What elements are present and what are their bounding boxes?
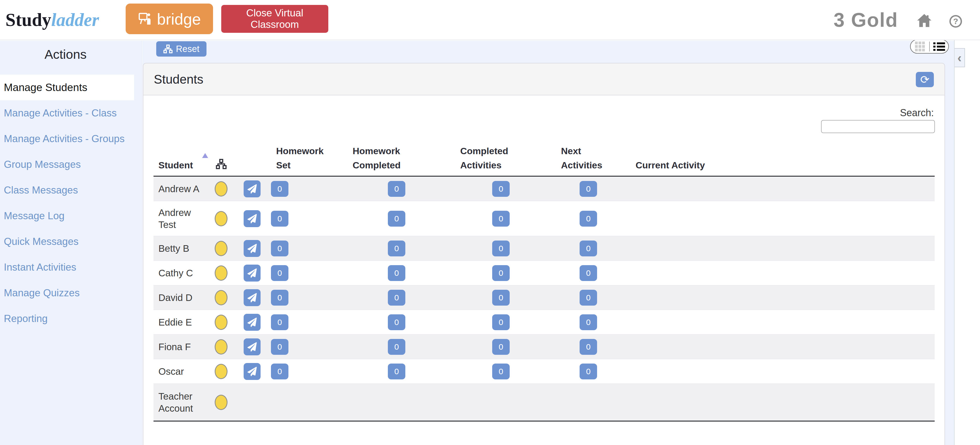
- close-virtual-classroom-button[interactable]: Close Virtual Classroom: [221, 5, 328, 33]
- homework-completed-count[interactable]: 0: [388, 241, 405, 257]
- column-header-completed-activities[interactable]: Completed Activities: [460, 144, 520, 172]
- student-name: Betty B: [158, 236, 208, 260]
- homework-completed-count[interactable]: 0: [388, 211, 405, 226]
- studyladder-logo[interactable]: Studyladder: [5, 0, 99, 40]
- help-glyph: ?: [953, 17, 958, 26]
- column-header-next-activities[interactable]: Next Activities: [561, 144, 608, 172]
- sidebar-item-manage-quizzes[interactable]: Manage Quizzes: [0, 280, 142, 306]
- sidebar-item-manage-activities-groups[interactable]: Manage Activities - Groups: [0, 126, 142, 152]
- send-message-button[interactable]: [243, 289, 261, 306]
- homework-set-count[interactable]: 0: [271, 181, 288, 197]
- next-activities-count[interactable]: 0: [579, 364, 597, 380]
- home-icon[interactable]: [916, 13, 933, 29]
- actions-sidebar: Actions Manage Students Manage Activitie…: [0, 41, 142, 445]
- status-dot-icon: [215, 265, 228, 281]
- current-activity: [636, 359, 772, 383]
- completed-activities-count[interactable]: 0: [492, 339, 510, 355]
- sidebar-item-reporting[interactable]: Reporting: [0, 306, 142, 332]
- sidebar-item-manage-students[interactable]: Manage Students: [0, 75, 134, 100]
- students-panel: Students ⟳ Search: Student Homework Set …: [143, 63, 945, 445]
- current-activity: [636, 177, 772, 201]
- completed-activities-count[interactable]: 0: [492, 314, 510, 330]
- students-panel-header: Students ⟳: [143, 64, 945, 96]
- sidebar-item-message-log[interactable]: Message Log: [0, 203, 142, 229]
- sort-ascending-icon[interactable]: [202, 153, 208, 158]
- sidebar-item-class-messages[interactable]: Class Messages: [0, 177, 142, 203]
- homework-completed-count[interactable]: 0: [388, 265, 405, 281]
- completed-activities-count[interactable]: 0: [492, 241, 510, 257]
- sidebar-item-group-messages[interactable]: Group Messages: [0, 152, 142, 177]
- next-activities-count[interactable]: 0: [579, 314, 597, 330]
- homework-completed-count[interactable]: 0: [388, 314, 405, 330]
- current-activity: [636, 236, 772, 260]
- next-activities-count[interactable]: 0: [579, 241, 597, 257]
- homework-completed-count[interactable]: 0: [388, 290, 405, 306]
- homework-set-count[interactable]: 0: [271, 265, 288, 281]
- search-input[interactable]: [821, 120, 935, 133]
- send-message-button[interactable]: [243, 180, 261, 197]
- help-icon[interactable]: ?: [950, 15, 963, 28]
- next-activities-count[interactable]: 0: [579, 211, 597, 226]
- next-activities-count[interactable]: 0: [579, 339, 597, 355]
- homework-completed-count[interactable]: 0: [388, 364, 405, 380]
- status-dot-icon: [215, 290, 228, 305]
- logo-ladder: ladder: [51, 9, 99, 30]
- list-view-icon[interactable]: [930, 40, 948, 53]
- send-message-button[interactable]: [243, 338, 261, 355]
- current-activity: [636, 261, 772, 285]
- homework-set-count[interactable]: 0: [271, 314, 288, 330]
- send-message-button[interactable]: [243, 314, 261, 331]
- table-row: Betty B 0 0 0 0: [153, 236, 935, 261]
- send-message-button[interactable]: [243, 240, 261, 257]
- bridge-button[interactable]: bridge: [126, 3, 213, 34]
- send-message-button[interactable]: [243, 363, 261, 380]
- sitemap-column-icon[interactable]: [216, 158, 227, 174]
- logo-study: Study: [5, 9, 51, 30]
- table-row: Fiona F 0 0 0 0: [153, 335, 935, 359]
- completed-activities-count[interactable]: 0: [492, 290, 510, 306]
- homework-set-count[interactable]: 0: [271, 364, 288, 380]
- completed-activities-count[interactable]: 0: [492, 265, 510, 281]
- students-table: Student Homework Set Homework Completed …: [153, 143, 935, 421]
- sidebar-item-instant-activities[interactable]: Instant Activities: [0, 255, 142, 280]
- sidebar-item-quick-messages[interactable]: Quick Messages: [0, 229, 142, 255]
- homework-completed-count[interactable]: 0: [388, 339, 405, 355]
- class-name: 3 Gold: [825, 0, 907, 40]
- student-name: Fiona F: [158, 335, 208, 359]
- send-message-button[interactable]: [243, 265, 261, 282]
- reset-button[interactable]: Reset: [156, 41, 207, 57]
- status-dot-icon: [215, 339, 228, 354]
- refresh-button[interactable]: ⟳: [916, 72, 934, 87]
- table-row: Teacher Account: [153, 384, 935, 421]
- homework-completed-count[interactable]: 0: [388, 181, 405, 197]
- column-header-homework-set[interactable]: Homework Set: [276, 144, 331, 172]
- homework-set-count[interactable]: 0: [271, 241, 288, 257]
- sidebar-title: Actions: [0, 47, 131, 62]
- student-name: Oscar: [158, 359, 208, 383]
- next-activities-count[interactable]: 0: [579, 265, 597, 281]
- completed-activities-count[interactable]: 0: [492, 364, 510, 380]
- student-name: Cathy C: [158, 261, 208, 285]
- homework-set-count[interactable]: 0: [271, 290, 288, 306]
- send-message-button[interactable]: [243, 210, 261, 227]
- sidebar-item-manage-activities-class[interactable]: Manage Activities - Class: [0, 100, 142, 126]
- next-activities-count[interactable]: 0: [579, 181, 597, 197]
- collapse-panel-button[interactable]: ‹: [955, 48, 965, 67]
- refresh-icon: ⟳: [920, 73, 929, 86]
- column-header-student[interactable]: Student: [158, 158, 193, 172]
- homework-set-count[interactable]: 0: [271, 339, 288, 355]
- grid-view-icon[interactable]: [911, 40, 929, 53]
- student-name: David D: [158, 286, 208, 310]
- homework-set-count[interactable]: 0: [271, 211, 288, 226]
- status-dot-icon: [215, 181, 228, 196]
- completed-activities-count[interactable]: 0: [492, 211, 510, 226]
- status-dot-icon: [215, 241, 228, 256]
- current-activity: [636, 286, 772, 310]
- table-row: David D 0 0 0 0: [153, 286, 935, 310]
- completed-activities-count[interactable]: 0: [492, 181, 510, 197]
- column-header-homework-completed[interactable]: Homework Completed: [353, 144, 413, 172]
- column-header-current-activity[interactable]: Current Activity: [636, 158, 772, 172]
- table-header-row: Student Homework Set Homework Completed …: [153, 143, 935, 177]
- next-activities-count[interactable]: 0: [579, 290, 597, 306]
- presentation-icon: [138, 11, 153, 27]
